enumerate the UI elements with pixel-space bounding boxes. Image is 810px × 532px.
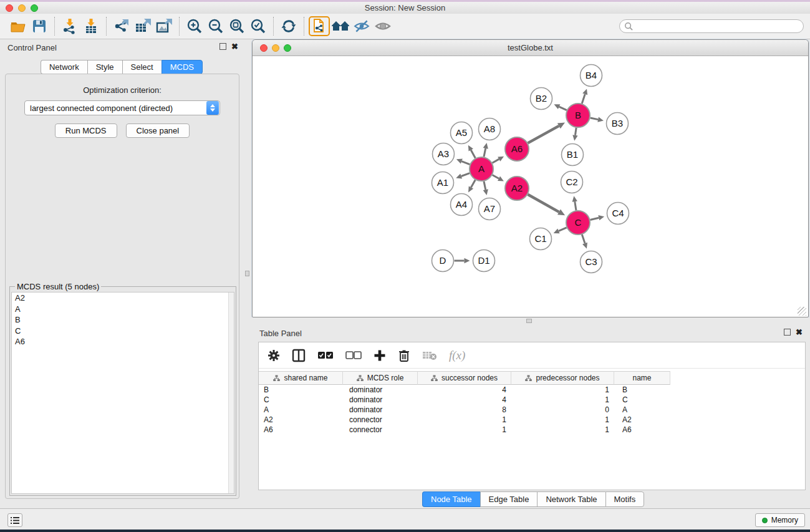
node-A[interactable]: A bbox=[470, 157, 493, 181]
open-session-button[interactable] bbox=[7, 16, 29, 36]
table-tab-motifs[interactable]: Motifs bbox=[605, 491, 645, 507]
save-session-button[interactable] bbox=[29, 16, 50, 36]
table-row[interactable]: Cdominator41C bbox=[259, 395, 805, 405]
edge-A-A4[interactable] bbox=[471, 180, 475, 187]
edge-B-B2[interactable] bbox=[559, 107, 567, 110]
network-window-titlebar[interactable]: testGlobe.txt bbox=[253, 40, 808, 56]
edge-A2-C[interactable] bbox=[528, 195, 559, 212]
float-table-panel-button[interactable] bbox=[784, 329, 791, 336]
hide-details-button[interactable] bbox=[351, 16, 372, 36]
export-image-button[interactable] bbox=[153, 16, 175, 36]
node-D[interactable]: D bbox=[432, 250, 454, 272]
node-A4[interactable]: A4 bbox=[451, 194, 473, 216]
delete-column-button[interactable] bbox=[398, 347, 410, 364]
edge-C-C1[interactable] bbox=[559, 228, 567, 231]
result-scrollbar[interactable] bbox=[228, 293, 234, 493]
result-item[interactable]: B bbox=[12, 314, 234, 326]
node-A8[interactable]: A8 bbox=[479, 118, 501, 140]
control-tab-select[interactable]: Select bbox=[122, 60, 162, 74]
vertical-splitter[interactable] bbox=[243, 39, 252, 508]
table-cell[interactable]: dominator bbox=[343, 385, 418, 394]
node-C1[interactable]: C1 bbox=[530, 228, 552, 250]
edge-A-A3[interactable] bbox=[461, 162, 470, 165]
edge-C-C2[interactable] bbox=[575, 201, 576, 210]
close-window-button[interactable] bbox=[6, 4, 13, 12]
table-cell[interactable]: C bbox=[614, 395, 670, 404]
node-A5[interactable]: A5 bbox=[451, 122, 473, 144]
table-row[interactable]: A2connector11A2 bbox=[259, 415, 805, 425]
edge-B-B3[interactable] bbox=[591, 118, 599, 120]
result-item[interactable]: A bbox=[12, 304, 234, 315]
table-cell[interactable]: B bbox=[614, 385, 670, 394]
gear-button[interactable] bbox=[268, 347, 280, 364]
node-D1[interactable]: D1 bbox=[473, 250, 495, 272]
table-tab-network-table[interactable]: Network Table bbox=[537, 491, 605, 507]
table-cell[interactable]: A bbox=[259, 405, 343, 414]
show-details-button[interactable] bbox=[372, 16, 393, 36]
edge-B-B4[interactable] bbox=[582, 94, 585, 104]
node-B[interactable]: B bbox=[566, 104, 590, 127]
edge-C-C3[interactable] bbox=[582, 235, 585, 243]
export-network-button[interactable] bbox=[111, 16, 132, 36]
column-header-predecessor-nodes[interactable]: predecessor nodes bbox=[511, 371, 614, 385]
splitter-handle[interactable] bbox=[245, 271, 249, 276]
result-item[interactable]: A6 bbox=[12, 336, 234, 347]
export-table-button[interactable] bbox=[132, 16, 153, 36]
column-header-name[interactable]: name bbox=[614, 371, 670, 385]
table-cell[interactable]: 8 bbox=[418, 405, 511, 414]
table-cell[interactable]: 4 bbox=[418, 395, 511, 404]
run-mcds-button[interactable]: Run MCDS bbox=[55, 123, 117, 138]
minimize-window-button[interactable] bbox=[18, 4, 26, 12]
edge-A-A1[interactable] bbox=[461, 173, 470, 177]
table-cell[interactable]: A bbox=[614, 405, 670, 414]
table-cell[interactable]: A2 bbox=[614, 415, 670, 424]
control-tab-mcds[interactable]: MCDS bbox=[162, 60, 203, 74]
table-cell[interactable]: 1 bbox=[511, 425, 614, 434]
result-item[interactable]: C bbox=[12, 326, 234, 337]
columns-button[interactable] bbox=[292, 347, 306, 364]
table-row[interactable]: Bdominator41B bbox=[259, 385, 805, 395]
node-B2[interactable]: B2 bbox=[531, 88, 552, 110]
current-network-file-button[interactable] bbox=[309, 16, 330, 36]
network-zoom-button[interactable] bbox=[284, 44, 291, 52]
edge-A6-B[interactable] bbox=[528, 126, 559, 143]
table-tab-edge-table[interactable]: Edge Table bbox=[480, 491, 538, 507]
table-cell[interactable]: connector bbox=[343, 425, 418, 434]
network-minimize-button[interactable] bbox=[272, 44, 279, 52]
node-A7[interactable]: A7 bbox=[479, 198, 501, 220]
window-resize-grip[interactable] bbox=[798, 307, 806, 316]
edge-A-A6[interactable] bbox=[492, 159, 499, 163]
node-A1[interactable]: A1 bbox=[432, 172, 454, 194]
table-cell[interactable]: B bbox=[259, 385, 343, 394]
close-panel-button[interactable]: Close panel bbox=[126, 123, 190, 138]
column-header-shared-name[interactable]: shared name bbox=[259, 371, 343, 385]
table-cell[interactable]: 0 bbox=[511, 405, 614, 414]
table-cell[interactable]: 1 bbox=[511, 415, 614, 424]
close-table-panel-button[interactable]: ✖ bbox=[796, 329, 803, 336]
import-table-button[interactable] bbox=[80, 16, 102, 36]
table-cell[interactable]: A2 bbox=[259, 415, 343, 424]
table-cell[interactable]: 4 bbox=[418, 385, 511, 394]
zoom-in-button[interactable] bbox=[184, 16, 205, 36]
column-header-successor-nodes[interactable]: successor nodes bbox=[418, 371, 511, 385]
zoom-window-button[interactable] bbox=[31, 4, 38, 12]
table-cell[interactable]: A6 bbox=[259, 425, 343, 434]
node-B1[interactable]: B1 bbox=[562, 144, 584, 166]
edge-B-B1[interactable] bbox=[575, 128, 576, 135]
table-cell[interactable]: 1 bbox=[418, 415, 511, 424]
deselect-all-button[interactable] bbox=[345, 347, 362, 364]
close-panel-icon-button[interactable]: ✖ bbox=[231, 43, 238, 50]
control-tab-network[interactable]: Network bbox=[41, 60, 87, 74]
splitter-handle[interactable] bbox=[526, 319, 532, 323]
table-row[interactable]: A6connector11A6 bbox=[259, 425, 805, 435]
network-graph[interactable]: B4B2BB3A5A8A6A3B1AA1C2A2A4A7C4CC1C3DD1 bbox=[253, 56, 808, 317]
add-column-button[interactable] bbox=[374, 347, 386, 364]
table-cell[interactable]: connector bbox=[343, 415, 418, 424]
table-cell[interactable]: 1 bbox=[418, 425, 511, 434]
node-A3[interactable]: A3 bbox=[433, 143, 455, 165]
memory-button[interactable]: Memory bbox=[755, 513, 805, 527]
edge-A-A5[interactable] bbox=[471, 150, 475, 158]
refresh-layout-button[interactable] bbox=[278, 16, 299, 36]
select-all-button[interactable] bbox=[317, 347, 334, 364]
node-B3[interactable]: B3 bbox=[607, 113, 629, 135]
